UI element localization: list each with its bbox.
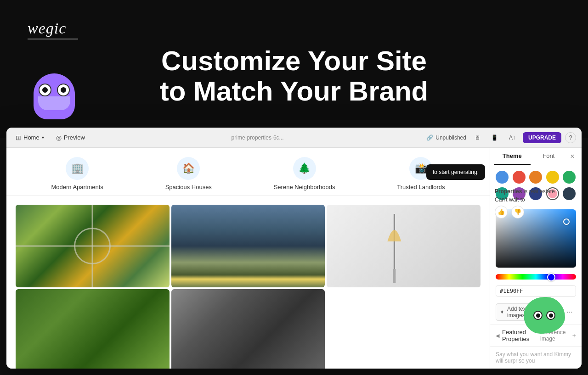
theme-tab[interactable]: Theme <box>494 148 531 165</box>
status-text: Unpublished <box>435 134 466 141</box>
home-icon: ⊞ <box>16 134 21 141</box>
spacious-houses-label: Spacious Houses <box>165 184 212 190</box>
owl-eye-right <box>57 84 70 96</box>
status-badge: 🔗 Unpublished <box>426 134 466 141</box>
green-pupil-left <box>536 313 540 318</box>
image-grid <box>6 196 490 369</box>
status-icon: 🔗 <box>426 134 433 141</box>
serene-neighborhoods-label: Serene Neighborhoods <box>274 184 335 190</box>
swatch-green[interactable] <box>563 171 576 184</box>
theme-panel: Theme Font × <box>490 148 582 369</box>
featured-arrow-icon[interactable]: ◀ <box>496 333 499 339</box>
chat-body-text: Properties is real estate . Can't wait t… <box>495 188 558 203</box>
text-size-btn[interactable]: A↑ <box>505 133 519 143</box>
swatch-yellow[interactable] <box>546 171 559 184</box>
green-eye-left <box>533 311 543 320</box>
nav-tab-modern-apartments[interactable]: 🏢 Modern Apartments <box>51 157 103 190</box>
browser-window: ⊞ Home ▾ ◎ Preview prime-properties-6c..… <box>6 128 582 369</box>
add-texts-icon: ✦ <box>500 309 504 315</box>
owl-chin <box>38 96 70 110</box>
swatch-blue[interactable] <box>496 171 509 184</box>
generating-label: to start generating. <box>433 169 479 175</box>
owl-pupil-left <box>42 87 48 93</box>
feedback-row: 👍 👎 <box>495 206 571 218</box>
logo-text: wegic <box>28 20 66 37</box>
mobile-view-btn[interactable]: 📱 <box>487 133 502 143</box>
chat-body: Properties is real estate . Can't wait t… <box>490 183 575 223</box>
headline: Customize Your Site to Match Your Brand <box>0 46 588 106</box>
browser-url: prime-properties-6c... <box>93 134 422 141</box>
reference-image-plus-icon: + <box>572 332 576 339</box>
theme-tabs: Theme Font × <box>490 148 582 165</box>
thumbs-down-button[interactable]: 👎 <box>511 206 524 218</box>
swatch-red[interactable] <box>513 171 526 184</box>
lamp-image <box>327 205 481 287</box>
mascot-owl <box>27 73 82 138</box>
owl-body <box>34 73 75 119</box>
nav-tab-serene-neighborhoods[interactable]: 🌲 Serene Neighborhoods <box>274 157 335 190</box>
swatch-orange[interactable] <box>529 171 542 184</box>
trusted-landlords-label: Trusted Landlords <box>397 184 445 190</box>
url-text: prime-properties-6c... <box>232 134 284 141</box>
nav-tab-spacious-houses[interactable]: 🏠 Spacious Houses <box>165 157 212 190</box>
hue-handle[interactable] <box>547 273 555 281</box>
aerial-image <box>16 205 170 287</box>
hex-input-wrap <box>496 285 576 297</box>
logo-underline <box>28 39 78 39</box>
owl-pupil-right <box>61 87 66 93</box>
hex-input[interactable] <box>496 285 576 297</box>
more-options-button[interactable]: ··· <box>563 306 576 319</box>
upgrade-button[interactable]: UPGRADE <box>523 132 561 143</box>
font-tab[interactable]: Font <box>531 148 567 165</box>
chat-input-area: Say what you want and Kimmy will surpris… <box>490 347 582 369</box>
headline-text: Customize Your Site to Match Your Brand <box>0 46 588 106</box>
mountain-image <box>171 205 325 287</box>
bw-image <box>171 289 325 369</box>
desktop-view-btn[interactable]: 🖥 <box>471 133 484 143</box>
svg-rect-1 <box>393 269 396 283</box>
logo: wegic <box>28 18 78 39</box>
site-content: 🏢 Modern Apartments 🏠 Spacious Houses 🌲 … <box>6 148 582 369</box>
headline-line1: Customize Your Site <box>161 45 427 76</box>
plant-image <box>16 289 170 369</box>
green-eye-right <box>546 311 555 320</box>
modern-apartments-label: Modern Apartments <box>51 184 103 190</box>
spacious-houses-icon: 🏠 <box>177 157 200 180</box>
hue-slider[interactable] <box>496 274 576 280</box>
lamp-svg <box>327 205 481 287</box>
owl-eye-left <box>39 84 51 96</box>
browser-bar: ⊞ Home ▾ ◎ Preview prime-properties-6c..… <box>6 128 582 148</box>
generating-button[interactable]: to start generating. <box>426 164 485 180</box>
green-pupil-right <box>549 313 553 318</box>
site-navigation: 🏢 Modern Apartments 🏠 Spacious Houses 🌲 … <box>6 148 490 196</box>
browser-actions: 🖥 📱 A↑ UPGRADE ? <box>471 132 576 143</box>
chat-placeholder: Say what you want and Kimmy will surpris… <box>496 351 571 364</box>
serene-neighborhoods-icon: 🌲 <box>293 157 316 180</box>
site-main: 🏢 Modern Apartments 🏠 Spacious Houses 🌲 … <box>6 148 490 369</box>
owl-eyes <box>34 73 75 96</box>
theme-close-button[interactable]: × <box>567 151 578 162</box>
help-button[interactable]: ? <box>565 132 576 143</box>
road-vertical <box>92 205 93 287</box>
modern-apartments-icon: 🏢 <box>66 157 89 180</box>
mascot-green <box>524 297 565 334</box>
green-blob <box>524 297 565 334</box>
headline-line2: to Match Your Brand <box>160 76 428 106</box>
thumbs-up-button[interactable]: 👍 <box>495 206 508 218</box>
